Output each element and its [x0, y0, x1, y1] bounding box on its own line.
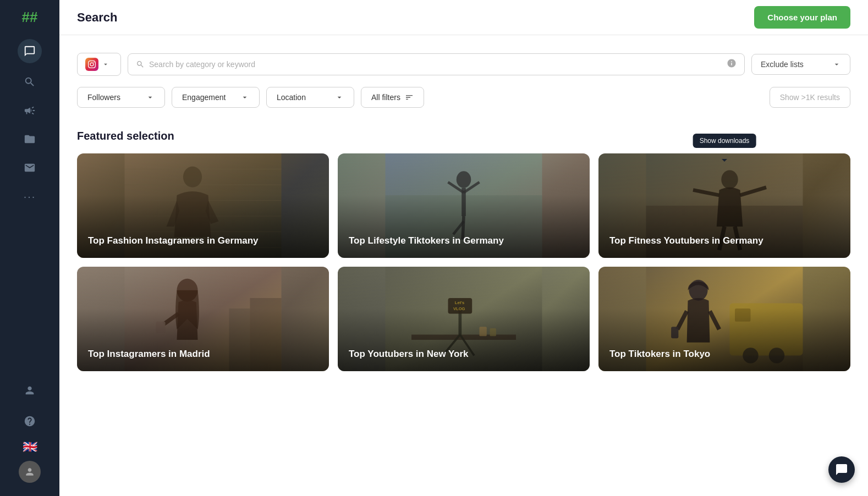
instagram-icon	[85, 58, 98, 71]
language-flag[interactable]: 🇬🇧	[23, 440, 37, 454]
card-madrid[interactable]: Top Instagramers in Madrid	[77, 267, 329, 371]
choose-plan-button[interactable]: Choose your plan	[754, 6, 850, 29]
card-fitness[interactable]: Top Fitness Youtubers in Germany	[598, 153, 850, 258]
location-filter[interactable]: Location	[266, 87, 354, 108]
filter-row: Followers Engagement Location All filter…	[77, 87, 850, 108]
card-label-fitness: Top Fitness Youtubers in Germany	[609, 235, 763, 247]
main-area: Search Choose your plan Exclude lists	[59, 0, 868, 496]
sidebar-item-mail[interactable]	[18, 156, 42, 180]
card-tokyo[interactable]: Top Tiktokers in Tokyo	[598, 267, 850, 371]
sidebar-item-megaphone[interactable]	[18, 98, 42, 123]
sidebar-item-messages[interactable]	[18, 39, 42, 63]
location-label: Location	[277, 93, 306, 102]
header: Search Choose your plan	[59, 0, 868, 35]
cards-grid: Top Fashion Instagramers in Germany	[77, 153, 850, 371]
card-label-lifestyle: Top Lifestyle Tiktokers in Germany	[349, 235, 504, 247]
chevron-down-icon	[102, 60, 109, 68]
card-label-madrid: Top Instagramers in Madrid	[88, 348, 210, 360]
content-area: Exclude lists Followers Engagement Locat…	[59, 35, 868, 496]
followers-filter[interactable]: Followers	[77, 87, 165, 108]
engagement-filter[interactable]: Engagement	[172, 87, 260, 108]
card-label-fashion: Top Fashion Instagramers in Germany	[88, 235, 259, 247]
location-chevron-icon	[335, 93, 344, 102]
card-fitness-wrapper: Show downloads	[598, 153, 850, 258]
followers-label: Followers	[87, 93, 120, 102]
sidebar: ## ··· 🇬🇧	[0, 0, 59, 496]
search-row: Exclude lists	[77, 53, 850, 76]
sidebar-item-help[interactable]	[18, 409, 42, 433]
tooltip-arrow	[722, 159, 727, 164]
exclude-lists-dropdown[interactable]: Exclude lists	[751, 54, 850, 75]
filter-icon	[405, 93, 414, 102]
sidebar-item-person[interactable]	[18, 378, 42, 403]
show-results-button[interactable]: Show >1K results	[770, 87, 850, 108]
engagement-chevron-icon	[240, 93, 249, 102]
all-filters-button[interactable]: All filters	[361, 87, 424, 108]
card-label-newyork: Top Youtubers in New York	[349, 348, 469, 360]
all-filters-label: All filters	[371, 93, 400, 102]
sidebar-item-search[interactable]	[18, 70, 42, 94]
sidebar-item-more[interactable]: ···	[18, 184, 42, 208]
tooltip: Show downloads	[693, 134, 756, 148]
search-input-wrapper	[128, 53, 745, 75]
exclude-lists-label: Exclude lists	[761, 60, 804, 69]
page-title: Search	[77, 10, 117, 25]
platform-selector[interactable]	[77, 53, 121, 76]
featured-section: Featured selection	[77, 130, 850, 371]
info-icon[interactable]	[727, 58, 737, 70]
engagement-label: Engagement	[182, 93, 226, 102]
logo: ##	[22, 9, 38, 26]
card-lifestyle[interactable]: Top Lifestyle Tiktokers in Germany	[338, 153, 590, 258]
chat-bubble[interactable]	[828, 456, 855, 483]
exclude-chevron-icon	[832, 60, 841, 69]
sidebar-item-folder[interactable]	[18, 127, 42, 151]
card-newyork[interactable]: Let's VLOG Top Youtubers in New York	[338, 267, 590, 371]
card-label-tokyo: Top Tiktokers in Tokyo	[609, 348, 710, 360]
card-fashion[interactable]: Top Fashion Instagramers in Germany	[77, 153, 329, 258]
search-icon	[136, 60, 145, 69]
avatar[interactable]	[19, 461, 41, 483]
followers-chevron-icon	[146, 93, 155, 102]
search-input[interactable]	[149, 60, 722, 69]
